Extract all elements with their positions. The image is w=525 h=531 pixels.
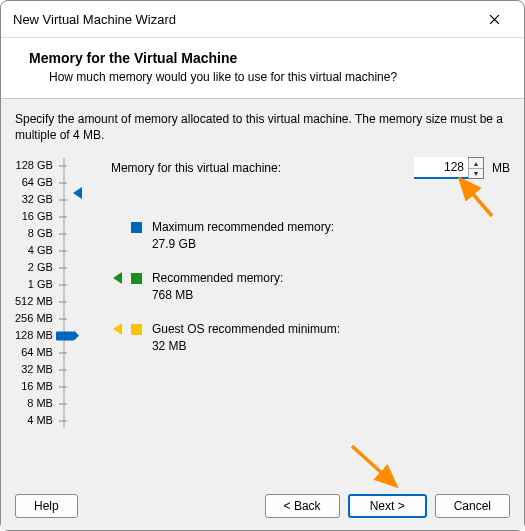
slider-label: 256 MB [15, 310, 53, 327]
memory-field-row: Memory for this virtual machine: ▲ ▼ MB [111, 157, 510, 179]
wizard-window: New Virtual Machine Wizard Memory for th… [0, 0, 525, 531]
info-column: Memory for this virtual machine: ▲ ▼ MB [91, 157, 510, 474]
max-memory-marker: Maximum recommended memory: 27.9 GB [131, 219, 334, 251]
guest-min-marker-swatch-icon [131, 324, 142, 335]
spin-down-icon[interactable]: ▼ [469, 168, 483, 178]
slider-label: 32 GB [22, 191, 53, 208]
guest-min-marker-pointer-icon [113, 323, 122, 335]
slider-label: 4 MB [27, 412, 53, 429]
help-button[interactable]: Help [15, 494, 78, 518]
slider-label: 4 GB [28, 242, 53, 259]
guest-min-marker-value: 32 MB [152, 338, 340, 354]
max-marker-swatch-icon [131, 222, 142, 233]
slider-label: 16 MB [21, 378, 53, 395]
body-panel: Specify the amount of memory allocated t… [1, 99, 524, 484]
recommended-memory-marker: Recommended memory: 768 MB [131, 270, 283, 302]
back-button[interactable]: < Back [265, 494, 340, 518]
recommended-marker-label: Recommended memory: [152, 271, 283, 285]
slider-label: 2 GB [28, 259, 53, 276]
next-button[interactable]: Next > [348, 494, 427, 518]
slider-thumb[interactable] [56, 331, 74, 340]
max-marker-pointer-icon [73, 187, 82, 199]
memory-field-label: Memory for this virtual machine: [111, 161, 406, 175]
slider-label: 512 MB [15, 293, 53, 310]
spin-up-icon[interactable]: ▲ [469, 158, 483, 168]
max-marker-value: 27.9 GB [152, 236, 334, 252]
recommended-marker-value: 768 MB [152, 287, 283, 303]
window-title: New Virtual Machine Wizard [13, 12, 176, 27]
slider-label: 32 MB [21, 361, 53, 378]
footer: Help < Back Next > Cancel [1, 484, 524, 530]
spin-buttons[interactable]: ▲ ▼ [468, 158, 483, 178]
max-marker-label: Maximum recommended memory: [152, 220, 334, 234]
header-subtitle: How much memory would you like to use fo… [49, 70, 504, 84]
slider-label: 1 GB [28, 276, 53, 293]
slider-label: 8 GB [28, 225, 53, 242]
slider-label: 8 MB [27, 395, 53, 412]
memory-slider-labels: 128 GB64 GB32 GB16 GB8 GB4 GB2 GB1 GB512… [15, 157, 53, 429]
header-title: Memory for the Virtual Machine [29, 50, 504, 66]
header-panel: Memory for the Virtual Machine How much … [1, 38, 524, 99]
recommended-marker-pointer-icon [113, 272, 122, 284]
instruction-text: Specify the amount of memory allocated t… [15, 111, 510, 143]
max-marker-text: Maximum recommended memory: 27.9 GB [152, 219, 334, 251]
memory-input[interactable] [414, 157, 468, 179]
close-button[interactable] [474, 7, 514, 31]
memory-area: 128 GB64 GB32 GB16 GB8 GB4 GB2 GB1 GB512… [15, 157, 510, 474]
slider-label: 128 MB [15, 327, 53, 344]
slider-label: 64 MB [21, 344, 53, 361]
slider-label: 64 GB [22, 174, 53, 191]
slider-label: 128 GB [16, 157, 53, 174]
cancel-button[interactable]: Cancel [435, 494, 510, 518]
memory-slider-column: 128 GB64 GB32 GB16 GB8 GB4 GB2 GB1 GB512… [15, 157, 81, 474]
guest-min-memory-marker: Guest OS recommended minimum: 32 MB [131, 321, 340, 353]
recommended-marker-text: Recommended memory: 768 MB [152, 270, 283, 302]
guest-min-marker-label: Guest OS recommended minimum: [152, 322, 340, 336]
memory-spinbox[interactable]: ▲ ▼ [414, 157, 484, 179]
titlebar: New Virtual Machine Wizard [1, 1, 524, 38]
slider-label: 16 GB [22, 208, 53, 225]
close-icon [489, 14, 500, 25]
recommended-marker-swatch-icon [131, 273, 142, 284]
memory-unit: MB [492, 161, 510, 175]
guest-min-marker-text: Guest OS recommended minimum: 32 MB [152, 321, 340, 353]
